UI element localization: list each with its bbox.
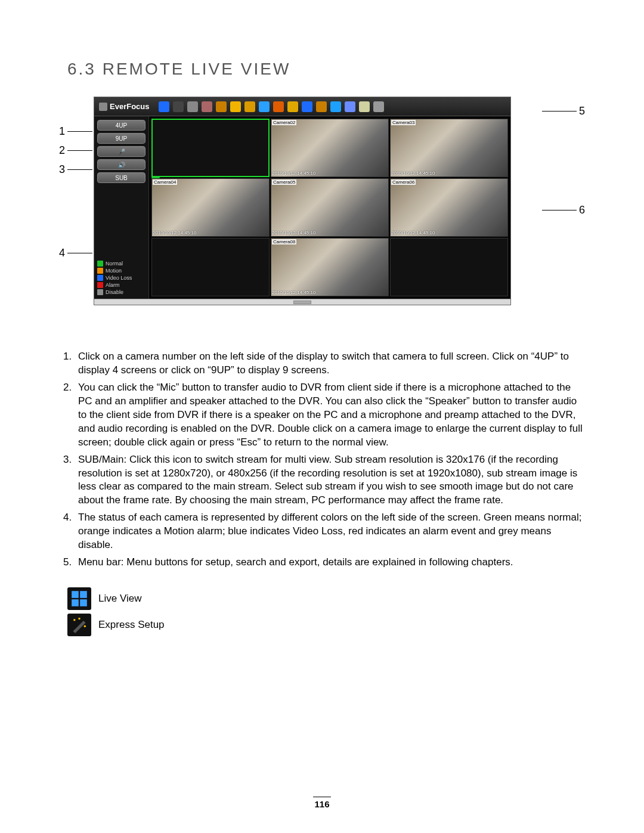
instruction-item: The status of each camera is represented… [75, 511, 587, 552]
screenshot-figure: 1 2 3 4 5 6 EverFocus [57, 97, 587, 317]
camera-ts: 2010/10/12 14:45:10 [391, 171, 435, 176]
brand-logo: EverFocus [99, 102, 149, 111]
instruction-item: Click on a camera number on the left sid… [75, 350, 587, 377]
legend-label: Normal [106, 261, 123, 267]
btn-mic[interactable]: 🎤 [97, 146, 145, 157]
camera-cell-8[interactable]: Camera08 2010/10/12 14:45:10 [271, 238, 389, 296]
camera-cell-7[interactable] [151, 238, 270, 296]
btn-speaker[interactable]: 🔊 [97, 159, 145, 170]
icon-label: Live View [98, 593, 141, 605]
camera-tag: Camera08 [272, 239, 296, 244]
svg-point-4 [73, 619, 76, 621]
svg-rect-0 [72, 591, 79, 598]
camera-cell-3[interactable]: Camera03 2010/10/12 14:45:10 [390, 119, 508, 177]
page-number: 116 [0, 797, 644, 809]
side-panel: 4UP 9UP 🎤 🔊 SUB Normal Motion Video Loss… [94, 116, 149, 299]
display-icon[interactable] [302, 101, 312, 112]
svg-point-5 [78, 618, 80, 620]
brand-text: EverFocus [110, 102, 149, 111]
schedule-icon[interactable] [244, 101, 255, 112]
legend-swatch-motion [97, 268, 103, 274]
instruction-list: Click on a camera number on the left sid… [75, 350, 587, 569]
camera-cell-9[interactable] [390, 238, 508, 296]
svg-rect-1 [80, 591, 87, 598]
callout-4: 4 [57, 247, 67, 259]
legend-swatch-videoloss [97, 275, 103, 281]
live-view-icon-large [67, 587, 91, 610]
status-legend: Normal Motion Video Loss Alarm Disable [97, 261, 145, 295]
callout-6: 6 [577, 204, 587, 216]
icon-label: Express Setup [98, 619, 165, 631]
legend-label: Video Loss [106, 275, 132, 281]
callout-2: 2 [57, 144, 67, 157]
callout-3: 3 [57, 163, 67, 176]
alarm-bell-icon[interactable] [230, 101, 241, 112]
legend-label: Disable [106, 289, 123, 295]
btn-sub[interactable]: SUB [97, 172, 145, 183]
express-setup-icon[interactable] [173, 101, 184, 112]
instruction-item: Menu bar: Menu buttons for setup, search… [75, 556, 587, 569]
camera-cell-6[interactable]: Camera06 2010/10/12 14:45:10 [390, 178, 508, 237]
svg-point-6 [84, 625, 86, 628]
camera-ts: 2010/10/12 14:45:10 [272, 230, 315, 236]
express-setup-icon-large [67, 614, 91, 636]
btn-9up[interactable]: 9UP [97, 133, 145, 144]
camera-tag: Camera02 [272, 120, 296, 125]
camera-tag: Camera03 [391, 120, 416, 125]
camera-cell-5[interactable]: Camera05 2010/10/12 14:45:10 [271, 178, 389, 237]
export-icon[interactable] [359, 101, 370, 112]
instruction-item: You can click the “Mic” button to transf… [75, 381, 587, 450]
camera-ts: 2010/10/12 14:45:10 [153, 230, 196, 236]
callout-5: 5 [577, 105, 587, 117]
camera-ts: 2010/10/12 14:45:10 [272, 171, 315, 176]
live-view-icon[interactable] [159, 101, 169, 112]
network-icon[interactable] [259, 101, 270, 112]
info-icon[interactable] [330, 101, 341, 112]
copy-icon[interactable] [345, 101, 355, 112]
legend-label: Motion [106, 268, 122, 274]
instruction-item: SUB/Main: Click this icon to switch stre… [75, 453, 587, 508]
svg-rect-2 [72, 599, 79, 606]
horizontal-scrollbar[interactable] [94, 299, 510, 305]
settings-gear-icon[interactable] [316, 101, 327, 112]
section-title: 6.3 REMOTE LIVE VIEW [67, 60, 587, 79]
camera-tag: Camera06 [391, 179, 416, 185]
camera-tag: Camera04 [153, 179, 177, 185]
logo-icon [99, 103, 107, 111]
legend-swatch-alarm [97, 282, 103, 288]
users-icon[interactable] [287, 101, 298, 112]
legend-swatch-normal [97, 261, 103, 267]
svg-rect-3 [80, 599, 87, 606]
btn-4up[interactable]: 4UP [97, 120, 145, 131]
search-icon[interactable] [187, 101, 198, 112]
callout-1: 1 [57, 125, 67, 138]
camera-ts: 2010/10/12 14:45:10 [391, 230, 435, 236]
camera-cell-2[interactable]: Camera02 2010/10/12 14:45:10 [271, 119, 389, 177]
camera-cell-1[interactable] [151, 119, 270, 177]
icon-definitions: Live View Express Setup [67, 587, 587, 636]
legend-swatch-disable [97, 289, 103, 295]
camera-icon[interactable] [202, 101, 212, 112]
camera-ts: 2010/10/12 14:45:10 [272, 290, 315, 295]
legend-label: Alarm [106, 282, 120, 288]
camera-tag: Camera05 [272, 179, 296, 185]
camera-grid: Camera02 2010/10/12 14:45:10 Camera03 20… [149, 116, 510, 299]
menu-bar: EverFocus [94, 97, 510, 116]
logout-icon[interactable] [373, 101, 384, 112]
camera-cell-4[interactable]: Camera04 2010/10/12 14:45:10 [151, 178, 270, 237]
record-icon[interactable] [273, 101, 284, 112]
dvr-screenshot: EverFocus 4UP 9UP 🎤 🔊 [94, 97, 511, 305]
playback-icon[interactable] [216, 101, 227, 112]
